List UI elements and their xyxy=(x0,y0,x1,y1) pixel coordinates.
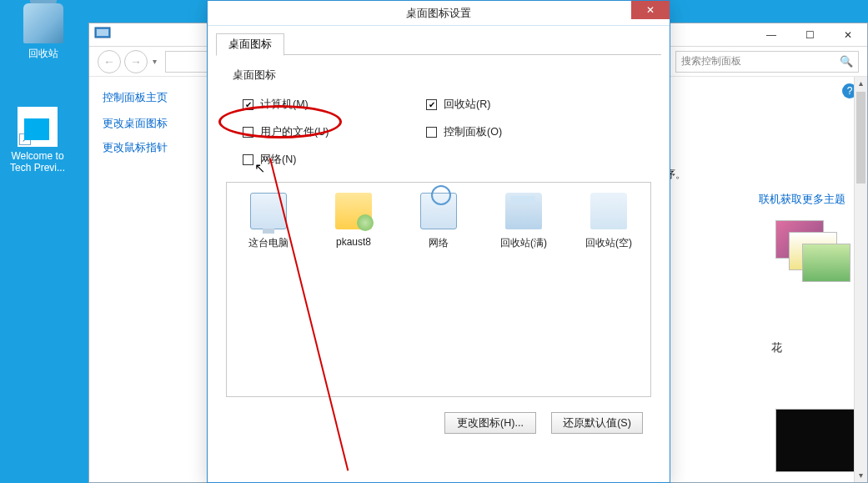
checkbox-icon: ✔ xyxy=(243,99,253,110)
desktop-icon-welcome[interactable]: Welcome to Tech Previ... xyxy=(6,107,69,174)
sidebar-link-change-mouse-pointer[interactable]: 更改鼠标指针 xyxy=(103,141,199,155)
icon-item-this-pc[interactable]: 这台电脑 xyxy=(233,193,304,250)
icon-preview-panel: 这台电脑 pkaust8 网络 回收站(满) 回收站(空) xyxy=(226,182,651,397)
checkbox-user-files[interactable]: 用户的文件(U) xyxy=(243,125,409,139)
desktop-icon-settings-dialog: 桌面图标设置 ✕ 桌面图标 桌面图标 ✔ 计算机(M) ✔ 回收站(R) 用户的… xyxy=(207,0,670,483)
checkbox-label: 计算机(M) xyxy=(260,98,309,112)
checkbox-label: 回收站(R) xyxy=(444,98,490,112)
recycle-bin-full-icon xyxy=(505,193,542,229)
desktop-icon-recycle-bin[interactable]: 回收站 xyxy=(12,3,75,61)
desktop-icon-label: Welcome to Tech Previ... xyxy=(6,150,69,174)
computer-icon xyxy=(250,193,287,229)
restore-defaults-button[interactable]: 还原默认值(S) xyxy=(551,412,643,434)
personalization-icon xyxy=(94,25,118,48)
icon-label: pkaust8 xyxy=(319,236,389,248)
checkbox-icon xyxy=(426,127,437,138)
sidebar: 控制面板主页 更改桌面图标 更改鼠标指针 xyxy=(89,77,199,482)
search-placeholder: 搜索控制面板 xyxy=(681,54,741,68)
scroll-up-button[interactable]: ▴ xyxy=(855,77,867,90)
change-icon-button[interactable]: 更改图标(H)... xyxy=(444,412,536,434)
icon-item-user-folder[interactable]: pkaust8 xyxy=(319,193,389,248)
sidebar-home-link[interactable]: 控制面板主页 xyxy=(103,90,199,105)
checkbox-label: 用户的文件(U) xyxy=(260,125,329,139)
icon-label: 网络 xyxy=(404,236,474,250)
network-icon xyxy=(420,193,457,229)
desktop-icon-label: 回收站 xyxy=(12,47,75,61)
icon-label: 这台电脑 xyxy=(233,236,304,250)
dialog-close-button[interactable]: ✕ xyxy=(631,1,670,19)
chevron-down-icon[interactable]: ▾ xyxy=(153,57,157,66)
close-button[interactable]: ✕ xyxy=(829,27,867,43)
svg-rect-1 xyxy=(97,29,108,36)
desktop-icons-group: 桌面图标 ✔ 计算机(M) ✔ 回收站(R) 用户的文件(U) 控制面板(O) xyxy=(226,68,651,174)
checkbox-label: 控制面板(O) xyxy=(444,125,502,139)
checkbox-icon: ✔ xyxy=(426,99,437,110)
minimize-button[interactable]: — xyxy=(752,27,790,43)
search-input[interactable]: 搜索控制面板 🔍 xyxy=(675,51,859,73)
user-folder-icon xyxy=(335,193,372,229)
icon-item-recycle-empty[interactable]: 回收站(空) xyxy=(574,193,644,250)
checkbox-recycle-bin[interactable]: ✔ 回收站(R) xyxy=(426,98,593,112)
maximize-button[interactable]: ☐ xyxy=(790,27,829,43)
checkbox-computer[interactable]: ✔ 计算机(M) xyxy=(243,98,409,112)
dialog-titlebar[interactable]: 桌面图标设置 ✕ xyxy=(208,1,670,26)
tab-desktop-icons[interactable]: 桌面图标 xyxy=(216,33,284,56)
checkbox-network[interactable]: 网络(N) xyxy=(243,153,409,167)
icon-label: 回收站(空) xyxy=(574,236,644,250)
theme-name-label: 花 xyxy=(771,340,782,355)
search-icon: 🔍 xyxy=(840,55,853,68)
checkbox-label: 网络(N) xyxy=(260,153,296,167)
icon-item-recycle-full[interactable]: 回收站(满) xyxy=(489,193,559,250)
icon-item-network[interactable]: 网络 xyxy=(404,193,474,250)
shortcut-overlay-icon xyxy=(19,133,31,145)
get-more-themes-link[interactable]: 联机获取更多主题 xyxy=(759,192,845,207)
group-title: 桌面图标 xyxy=(233,68,651,83)
nav-forward-button[interactable]: → xyxy=(124,50,148,73)
dialog-title: 桌面图标设置 xyxy=(406,6,471,21)
checkbox-control-panel[interactable]: 控制面板(O) xyxy=(426,125,593,139)
theme-thumbnail-dark[interactable] xyxy=(775,409,855,472)
theme-thumbnail[interactable] xyxy=(775,220,855,284)
icon-label: 回收站(满) xyxy=(489,236,559,250)
checkbox-icon xyxy=(243,154,253,165)
sidebar-link-change-desktop-icons[interactable]: 更改桌面图标 xyxy=(103,117,199,131)
recycle-bin-icon xyxy=(23,3,63,43)
recycle-bin-empty-icon xyxy=(590,193,627,229)
vertical-scrollbar[interactable]: ▴ ▾ xyxy=(854,77,867,482)
checkbox-icon xyxy=(243,127,253,138)
scroll-down-button[interactable]: ▾ xyxy=(855,469,867,482)
nav-back-button[interactable]: ← xyxy=(98,50,121,73)
scrollbar-thumb[interactable] xyxy=(856,92,865,184)
windows-welcome-icon xyxy=(18,107,58,147)
